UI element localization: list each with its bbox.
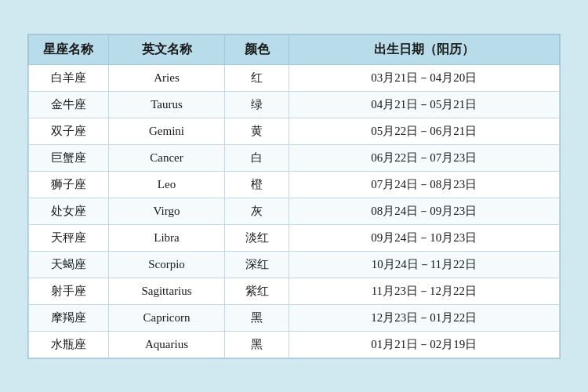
table-row: 天蝎座Scorpio深红10月24日－11月22日 [29,251,560,278]
header-date: 出生日期（阳历） [289,34,559,64]
table-body: 白羊座Aries红03月21日－04月20日金牛座Taurus绿04月21日－0… [29,64,560,358]
cell-date: 07月24日－08月23日 [289,171,559,198]
table-row: 摩羯座Capricorn黑12月23日－01月22日 [29,304,560,331]
cell-date: 10月24日－11月22日 [289,251,559,278]
cell-color: 红 [225,64,289,91]
cell-date: 09月24日－10月23日 [289,224,559,251]
table-row: 狮子座Leo橙07月24日－08月23日 [29,171,560,198]
cell-color: 黄 [225,118,289,144]
cell-chinese: 白羊座 [29,64,109,91]
cell-chinese: 巨蟹座 [29,144,109,171]
cell-date: 05月22日－06月21日 [289,118,559,144]
cell-date: 04月21日－05月21日 [289,91,559,118]
table-row: 水瓶座Aquarius黑01月21日－02月19日 [29,331,560,358]
cell-english: Virgo [108,198,225,224]
cell-date: 08月24日－09月23日 [289,198,559,224]
table-header-row: 星座名称 英文名称 颜色 出生日期（阳历） [29,34,560,64]
table-row: 天秤座Libra淡红09月24日－10月23日 [29,224,560,251]
cell-chinese: 水瓶座 [29,331,109,358]
header-english: 英文名称 [108,34,225,64]
header-chinese: 星座名称 [29,34,109,64]
cell-color: 黑 [225,304,289,331]
cell-english: Capricorn [108,304,225,331]
cell-color: 白 [225,144,289,171]
table-row: 处女座Virgo灰08月24日－09月23日 [29,198,560,224]
cell-chinese: 双子座 [29,118,109,144]
cell-chinese: 天蝎座 [29,251,109,278]
cell-color: 淡红 [225,224,289,251]
cell-color: 橙 [225,171,289,198]
cell-color: 灰 [225,198,289,224]
cell-english: Scorpio [108,251,225,278]
cell-date: 06月22日－07月23日 [289,144,559,171]
cell-chinese: 摩羯座 [29,304,109,331]
cell-date: 03月21日－04月20日 [289,64,559,91]
zodiac-table-container: 星座名称 英文名称 颜色 出生日期（阳历） 白羊座Aries红03月21日－04… [27,34,561,359]
cell-color: 黑 [225,331,289,358]
cell-chinese: 天秤座 [29,224,109,251]
cell-date: 11月23日－12月22日 [289,278,559,304]
cell-english: Sagittarius [108,278,225,304]
table-row: 射手座Sagittarius紫红11月23日－12月22日 [29,278,560,304]
cell-date: 12月23日－01月22日 [289,304,559,331]
table-row: 金牛座Taurus绿04月21日－05月21日 [29,91,560,118]
cell-english: Aquarius [108,331,225,358]
cell-english: Libra [108,224,225,251]
table-row: 白羊座Aries红03月21日－04月20日 [29,64,560,91]
cell-chinese: 处女座 [29,198,109,224]
table-row: 双子座Gemini黄05月22日－06月21日 [29,118,560,144]
cell-english: Cancer [108,144,225,171]
cell-color: 紫红 [225,278,289,304]
cell-chinese: 金牛座 [29,91,109,118]
cell-english: Gemini [108,118,225,144]
cell-chinese: 射手座 [29,278,109,304]
header-color: 颜色 [225,34,289,64]
zodiac-table: 星座名称 英文名称 颜色 出生日期（阳历） 白羊座Aries红03月21日－04… [28,34,560,358]
cell-color: 深红 [225,251,289,278]
cell-date: 01月21日－02月19日 [289,331,559,358]
cell-chinese: 狮子座 [29,171,109,198]
cell-english: Aries [108,64,225,91]
table-row: 巨蟹座Cancer白06月22日－07月23日 [29,144,560,171]
cell-color: 绿 [225,91,289,118]
cell-english: Taurus [108,91,225,118]
cell-english: Leo [108,171,225,198]
